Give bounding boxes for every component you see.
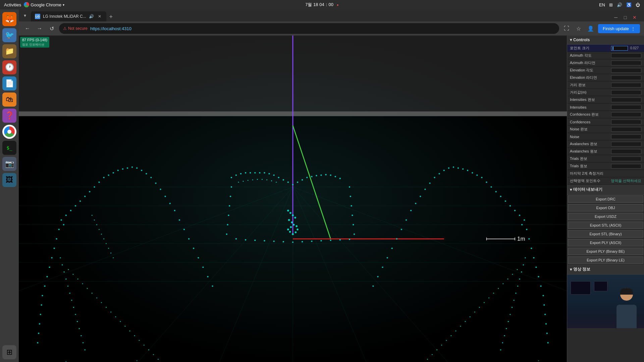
dock-icon-appstore[interactable]: 🛍 [2,93,16,107]
profile-button[interactable]: 👤 [586,24,595,33]
maximize-button[interactable]: □ [621,13,629,21]
svg-point-140 [544,314,546,315]
new-tab-icon: + [109,13,113,20]
svg-point-61 [198,257,199,258]
tab-favicon: LG [35,14,40,19]
dock-icon-screenshot[interactable]: 📷 [2,157,16,171]
dock-icon-help[interactable]: ❓ [2,109,16,123]
forward-button[interactable]: → [35,24,44,33]
selection-action-link[interactable]: 영역을 선택하세요 [611,178,641,183]
maximize-icon: □ [624,15,627,20]
svg-point-21 [58,229,60,230]
svg-point-232 [292,241,293,243]
url-display: https://localhost:4310 [90,26,131,31]
dock-icon-photos[interactable]: 🖼 [2,173,16,187]
activities-label[interactable]: Activities [4,2,21,7]
svg-point-215 [230,196,231,197]
svg-point-145 [410,210,412,211]
svg-point-185 [508,321,509,322]
control-row-distance-m: 거리값(m) [567,89,644,96]
screen-cast-button[interactable]: ⛶ [562,24,571,33]
control-label-avalanches-walk: Avalanches 완보 [570,141,611,146]
bookmark-button[interactable]: ☆ [574,24,583,33]
control-row-last-measurement: 마지막 2계 측정거리 [567,170,644,177]
power-icon[interactable]: ⏻ [636,2,640,7]
svg-point-62 [202,266,204,268]
dock-icon-files[interactable]: 📁 [2,44,16,58]
svg-point-92 [73,307,74,308]
svg-point-124 [481,177,482,178]
browser-menu-chevron[interactable]: ▾ [63,3,64,7]
svg-point-201 [283,179,284,181]
svg-point-235 [320,240,322,241]
dock-icon-firefox[interactable]: 🦊 [2,12,16,26]
svg-point-170 [450,335,451,336]
finish-update-label: Finish update [603,26,629,31]
address-bar[interactable]: ⚠ Not secure https://localhost:4310 [59,23,559,34]
control-row-noise: Noise [567,133,644,140]
svg-point-243 [288,219,290,221]
svg-point-94 [77,321,78,322]
new-tab-button[interactable]: + [106,12,116,21]
export-stl-binary-button[interactable]: Export STL (Binary) [568,230,643,238]
language-selector[interactable]: EN [599,2,605,7]
controls-section-header[interactable]: ▾ Controls [567,36,644,45]
svg-point-253 [238,182,239,183]
3d-viewer[interactable]: 87 FPS (0-148) 점포 인포메이션 [19,36,567,362]
export-stl-ascii-button[interactable]: Export STL (ASCII) [568,222,643,229]
minimize-button[interactable]: ─ [612,13,620,21]
svg-point-224 [353,224,354,225]
os-topbar-center: 7월 18 04：00 ● [305,2,339,8]
svg-point-210 [325,174,326,175]
dock: 🦊 🐦 📁 🕐 📄 🛍 ❓ $_ 📷 🖼 ⊞ [0,9,19,362]
dock-icon-thunderbird[interactable]: 🐦 [2,28,16,42]
svg-line-16 [293,126,331,239]
svg-point-60 [193,248,194,249]
warning-icon: ⚠ [63,26,67,31]
svg-point-131 [458,167,459,169]
data-export-section-header[interactable]: ▾ 데이터 내보내기 [567,185,644,195]
dock-icon-terminal[interactable]: $_ [2,141,16,155]
tab-list-button[interactable]: ▾ [21,12,28,19]
back-button[interactable]: ← [23,24,32,33]
control-row-point-size: 포인트 크기 0.027 [567,45,644,52]
svg-point-212 [335,176,336,177]
export-ply-ascii-button[interactable]: Export PLY (ASCII) [568,239,643,246]
volume-icon[interactable]: 🔊 [617,2,622,7]
reload-button[interactable]: ↺ [47,24,56,33]
svg-point-128 [538,276,539,277]
reload-icon: ↺ [50,25,54,32]
close-button[interactable]: ✕ [631,13,639,21]
svg-line-9 [208,187,293,362]
export-ply-binary-le-button[interactable]: Export PLY (Binary LE) [568,256,643,264]
dock-icon-clock[interactable]: 🕐 [2,60,16,74]
svg-point-138 [434,177,435,178]
dock-icon-docs[interactable]: 📄 [2,76,16,90]
svg-point-108 [113,257,114,258]
svg-point-51 [160,189,161,190]
active-tab[interactable]: LG LG Innotek MLiDAR C... 🔊 ✕ [31,11,106,21]
control-row-azimuth-angle: Azimuth 각도 [567,52,644,59]
datetime-label: 7월 18 04：00 [305,2,333,7]
accessibility-icon[interactable]: ♿ [626,2,632,7]
export-usdz-button[interactable]: Export USDZ [568,213,643,220]
nav-extras: ⛶ ☆ 👤 Finish update ⋮ [562,24,640,33]
svg-point-93 [75,314,76,315]
export-drc-button[interactable]: Export DRC [568,195,643,203]
svg-point-103 [101,234,102,235]
tab-close-button[interactable]: ✕ [97,14,102,19]
dock-icon-chrome[interactable] [2,125,16,139]
recording-dot: ● [337,3,339,7]
tab-audio-icon[interactable]: 🔊 [89,14,94,19]
svg-point-139 [429,182,430,184]
svg-point-141 [545,323,547,324]
svg-point-132 [453,167,454,168]
export-ply-binary-be-button[interactable]: Export PLY (Binary BE) [568,248,643,255]
dock-icon-appgrid[interactable]: ⊞ [2,345,16,359]
svg-point-133 [448,167,449,169]
svg-point-238 [349,239,350,240]
svg-point-97 [83,342,84,343]
finish-update-button[interactable]: Finish update ⋮ [598,24,640,33]
export-obj-button[interactable]: Export OBJ [568,204,643,212]
video-info-section-header[interactable]: ▾ 영상 정보 [567,264,644,275]
